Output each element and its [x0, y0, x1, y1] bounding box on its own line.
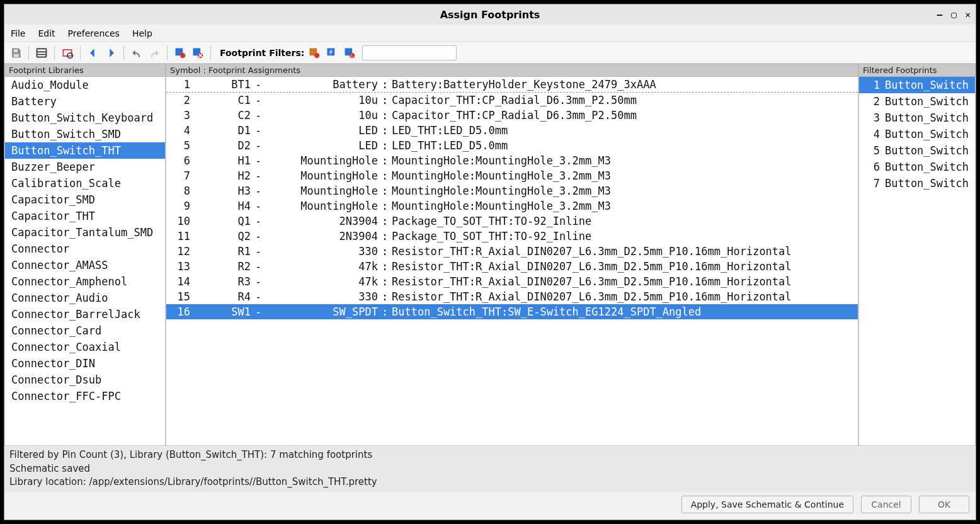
- prev-arrow-icon[interactable]: [86, 45, 101, 60]
- filtered-name: Button_Switch: [885, 144, 969, 157]
- row-index: 10: [171, 215, 190, 227]
- menu-file[interactable]: File: [11, 28, 25, 38]
- cancel-button[interactable]: Cancel: [861, 496, 911, 513]
- assignment-row[interactable]: 7H2-MountingHole:MountingHole:MountingHo…: [166, 168, 858, 183]
- filtered-index: 6: [865, 161, 880, 173]
- assignment-row[interactable]: 2C1-10u:Capacitor_THT:CP_Radial_D6.3mm_P…: [166, 93, 858, 108]
- library-item[interactable]: Capacitor_Tantalum_SMD: [5, 224, 165, 241]
- assignment-row[interactable]: 4D1-LED:LED_THT:LED_D5.0mm: [166, 123, 858, 138]
- library-item[interactable]: Button_Switch_Keyboard: [5, 110, 165, 126]
- row-dash: -: [251, 154, 266, 167]
- library-item[interactable]: Connector_Coaxial: [5, 339, 165, 355]
- filtered-index: 7: [865, 177, 880, 190]
- menu-preferences[interactable]: Preferences: [68, 28, 120, 38]
- library-item[interactable]: Buzzer_Beeper: [5, 159, 165, 175]
- row-value: 10u: [266, 109, 378, 122]
- library-item[interactable]: Capacitor_SMD: [5, 191, 165, 208]
- library-item[interactable]: Audio_Module: [5, 77, 165, 93]
- row-index: 7: [171, 169, 190, 182]
- library-item[interactable]: Connector_Card: [5, 322, 165, 339]
- filter-symbol-icon[interactable]: [307, 45, 322, 60]
- save-icon[interactable]: [8, 45, 23, 60]
- assignment-row[interactable]: 3C2-10u:Capacitor_THT:CP_Radial_D6.3mm_P…: [166, 108, 858, 123]
- filtered-footprint-item[interactable]: 5Button_Switch: [859, 142, 975, 159]
- library-tables-icon[interactable]: [34, 45, 49, 60]
- panel-assignments: Symbol : Footprint Assignments 1BT1-Batt…: [166, 64, 858, 446]
- content: Footprint Libraries Audio_ModuleBatteryB…: [4, 64, 976, 446]
- assignment-row[interactable]: 8H3-MountingHole:MountingHole:MountingHo…: [166, 183, 858, 198]
- row-value: MountingHole: [266, 154, 378, 167]
- filtered-list[interactable]: 1Button_Switch2Button_Switch3Button_Swit…: [858, 77, 976, 446]
- delete-assignments-icon[interactable]: [190, 45, 205, 60]
- row-value: 330: [266, 245, 378, 258]
- assignment-row[interactable]: 14R3-47k:Resistor_THT:R_Axial_DIN0207_L6…: [166, 274, 858, 289]
- library-item[interactable]: Button_Switch_SMD: [5, 126, 165, 142]
- row-value: MountingHole: [266, 200, 378, 212]
- assignment-row[interactable]: 6H1-MountingHole:MountingHole:MountingHo…: [166, 153, 858, 168]
- close-icon[interactable]: ✕: [966, 9, 971, 20]
- apply-save-continue-button[interactable]: Apply, Save Schematic & Continue: [681, 496, 853, 513]
- library-item[interactable]: Connector_DIN: [5, 355, 165, 372]
- row-reference: C1: [190, 94, 251, 106]
- library-item[interactable]: Connector_Audio: [5, 290, 165, 306]
- auto-assign-icon[interactable]: [173, 45, 188, 60]
- library-item[interactable]: Button_Switch_THT: [5, 142, 165, 159]
- library-item[interactable]: Connector_FFC-FPC: [5, 388, 165, 404]
- row-reference: SW1: [190, 305, 251, 318]
- row-colon: :: [378, 78, 392, 91]
- library-list[interactable]: Audio_ModuleBatteryButton_Switch_Keyboar…: [4, 77, 166, 446]
- filtered-footprint-item[interactable]: 2Button_Switch: [859, 93, 975, 110]
- view-footprint-icon[interactable]: [60, 45, 75, 60]
- library-item[interactable]: Connector_BarrelJack: [5, 306, 165, 322]
- filtered-name: Button_Switch: [885, 79, 969, 91]
- minimize-icon[interactable]: —: [937, 9, 942, 20]
- filter-library-icon[interactable]: L: [342, 45, 357, 60]
- filtered-footprint-item[interactable]: 7Button_Switch: [859, 175, 975, 191]
- row-dash: -: [251, 260, 266, 273]
- status-line-1: Filtered by Pin Count (3), Library (Butt…: [9, 448, 971, 462]
- library-item[interactable]: Connector_Dsub: [5, 372, 165, 388]
- svg-rect-1: [14, 54, 19, 57]
- menu-help[interactable]: Help: [132, 28, 152, 38]
- filtered-index: 2: [865, 95, 880, 108]
- row-colon: :: [378, 109, 392, 122]
- row-dash: -: [251, 275, 266, 288]
- row-footprint: LED_THT:LED_D5.0mm: [392, 124, 853, 137]
- filter-pincount-icon[interactable]: #: [324, 45, 339, 60]
- window: Assign Footprints — ▢ ✕ File Edit Prefer…: [4, 4, 976, 520]
- maximize-icon[interactable]: ▢: [951, 9, 956, 20]
- filtered-footprint-item[interactable]: 1Button_Switch: [859, 77, 975, 93]
- assignment-row[interactable]: 12R1-330:Resistor_THT:R_Axial_DIN0207_L6…: [166, 244, 858, 259]
- library-item[interactable]: Connector: [5, 241, 165, 257]
- row-dash: -: [251, 200, 266, 212]
- redo-icon[interactable]: [147, 45, 162, 60]
- status-line-2: Schematic saved: [9, 462, 971, 476]
- library-item[interactable]: Calibration_Scale: [5, 175, 165, 191]
- filtered-footprint-item[interactable]: 3Button_Switch: [859, 110, 975, 126]
- assignment-row[interactable]: 13R2-47k:Resistor_THT:R_Axial_DIN0207_L6…: [166, 259, 858, 274]
- filtered-footprint-item[interactable]: 6Button_Switch: [859, 159, 975, 175]
- row-reference: D2: [190, 139, 251, 152]
- row-colon: :: [378, 124, 392, 137]
- assignment-row[interactable]: 15R4-330:Resistor_THT:R_Axial_DIN0207_L6…: [166, 289, 858, 304]
- assignment-row[interactable]: 9H4-MountingHole:MountingHole:MountingHo…: [166, 198, 858, 214]
- menu-edit[interactable]: Edit: [38, 28, 55, 38]
- filtered-footprint-item[interactable]: 4Button_Switch: [859, 126, 975, 142]
- library-item[interactable]: Connector_AMASS: [5, 257, 165, 273]
- library-item[interactable]: Capacitor_THT: [5, 208, 165, 224]
- assignment-row[interactable]: 1BT1-Battery:Battery:BatteryHolder_Keyst…: [166, 77, 858, 93]
- assignment-list[interactable]: 1BT1-Battery:Battery:BatteryHolder_Keyst…: [166, 77, 858, 446]
- next-arrow-icon[interactable]: [103, 45, 118, 60]
- assignment-row[interactable]: 10Q1-2N3904:Package_TO_SOT_THT:TO-92_Inl…: [166, 214, 858, 229]
- row-colon: :: [378, 200, 392, 212]
- svg-text:L: L: [351, 53, 354, 58]
- library-item[interactable]: Connector_Amphenol: [5, 273, 165, 290]
- ok-button[interactable]: OK: [919, 496, 969, 513]
- assignment-row[interactable]: 16SW1-SW_SPDT:Button_Switch_THT:SW_E-Swi…: [166, 304, 858, 319]
- library-item[interactable]: Battery: [5, 93, 165, 110]
- filter-search-input[interactable]: [362, 45, 457, 60]
- assignment-row[interactable]: 11Q2-2N3904:Package_TO_SOT_THT:TO-92_Inl…: [166, 229, 858, 244]
- assignment-row[interactable]: 5D2-LED:LED_THT:LED_D5.0mm: [166, 138, 858, 153]
- button-bar: Apply, Save Schematic & Continue Cancel …: [4, 492, 976, 520]
- undo-icon[interactable]: [129, 45, 144, 60]
